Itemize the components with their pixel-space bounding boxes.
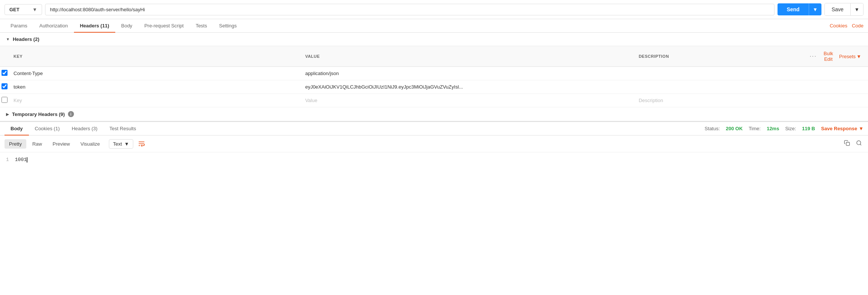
tab-response-body[interactable]: Body [5,122,29,135]
row-checkbox-1[interactable] [2,70,8,76]
search-button[interactable] [854,138,863,149]
svg-point-3 [857,141,861,145]
empty-key-input[interactable] [9,94,301,107]
response-content: 1001 [15,157,862,163]
headers-collapse-icon: ▼ [6,37,10,41]
tab-authorization[interactable]: Authorization [33,19,74,32]
headers-table: KEY VALUE DESCRIPTION ··· Bulk Edit Pres… [0,46,868,107]
desc-input-1[interactable] [634,67,802,80]
text-format-select[interactable]: Text ▼ [109,139,133,149]
format-visualize-button[interactable]: Visualize [76,139,104,149]
copy-button[interactable] [842,138,851,149]
format-preview-button[interactable]: Preview [48,139,74,149]
tab-test-results[interactable]: Test Results [104,122,142,135]
request-tabs: Params Authorization Headers (11) Body P… [5,19,830,32]
tab-tests[interactable]: Tests [190,19,213,32]
url-input[interactable] [45,4,775,15]
empty-value-cell [301,94,634,107]
headers-section-header[interactable]: ▼ Headers (2) [0,33,868,46]
save-response-chevron-icon: ▼ [859,126,863,131]
response-tabs: Body Cookies (1) Headers (3) Test Result… [5,122,705,135]
save-btn-group: Save ▼ [824,3,863,16]
format-pretty-button[interactable]: Pretty [5,139,26,149]
table-row-empty [0,94,868,107]
desc-input-2[interactable] [634,80,802,93]
key-input-2[interactable] [9,80,301,93]
tab-right-actions: Cookies Code [830,23,863,29]
cookies-link[interactable]: Cookies [830,23,847,29]
save-button[interactable]: Save [825,3,850,15]
empty-desc-cell [634,94,802,107]
desc-cell-1 [634,67,802,80]
table-row [0,67,868,80]
tab-response-cookies[interactable]: Cookies (1) [29,122,66,135]
presets-label: Presets [839,54,856,59]
size-label: Size: [785,126,796,131]
table-row [0,80,868,94]
key-cell-2 [9,80,301,94]
value-input-2[interactable] [301,80,634,93]
size-value: 119 B [802,126,815,131]
save-dropdown-button[interactable]: ▼ [850,3,863,15]
tab-pre-request-script[interactable]: Pre-request Script [138,19,190,32]
method-select[interactable]: GET ▼ [5,4,42,15]
send-button[interactable]: Send [778,3,808,15]
tab-headers[interactable]: Headers (11) [74,19,115,32]
top-bar: GET ▼ Send ▼ Save ▼ [0,0,868,19]
key-cell-1 [9,67,301,80]
action-cell-2 [802,80,868,94]
temp-collapse-icon: ▶ [6,112,9,116]
response-status-bar: Status: 200 OK Time: 12ms Size: 119 B Sa… [705,126,863,131]
value-cell-1 [301,67,634,80]
status-value: 200 OK [726,126,743,131]
col-header-value: VALUE [301,46,634,67]
send-dropdown-button[interactable]: ▼ [809,3,821,15]
headers-section-title: Headers (2) [13,36,39,42]
code-link[interactable]: Code [852,23,863,29]
text-format-chevron-icon: ▼ [124,141,129,147]
tab-response-headers[interactable]: Headers (3) [66,122,104,135]
col-header-description: DESCRIPTION [634,46,802,67]
line-number-1: 1 [6,157,9,163]
row-checkbox-2[interactable] [2,83,8,89]
request-tab-bar: Params Authorization Headers (11) Body P… [0,19,868,33]
empty-row-checkbox[interactable] [2,97,8,103]
response-toolbar: Pretty Raw Preview Visualize Text ▼ [0,135,868,152]
method-chevron-icon: ▼ [32,7,37,12]
info-icon: i [68,111,74,117]
desc-cell-2 [634,80,802,94]
tab-params[interactable]: Params [5,19,33,32]
wrap-button[interactable] [138,140,145,148]
presets-button[interactable]: Presets ▼ [837,52,863,61]
temp-headers-section[interactable]: ▶ Temporary Headers (9) i [0,107,868,121]
time-label: Time: [749,126,761,131]
svg-rect-2 [846,142,850,146]
value-input-1[interactable] [301,67,634,80]
action-cell-1 [802,67,868,80]
format-raw-button[interactable]: Raw [28,139,47,149]
empty-desc-input[interactable] [634,94,802,107]
cursor [27,157,27,163]
empty-value-input[interactable] [301,94,634,107]
empty-key-cell [9,94,301,107]
bulk-edit-button[interactable]: Bulk Edit [821,49,835,63]
response-body: 1 1001 [0,152,868,167]
text-format-label: Text [113,141,122,147]
dots-button[interactable]: ··· [806,51,820,61]
tab-settings[interactable]: Settings [213,19,243,32]
wrap-icon [138,140,145,148]
tab-body[interactable]: Body [115,19,139,32]
row-checkbox-cell [0,80,9,94]
status-label: Status: [705,126,720,131]
save-response-label: Save Response [821,126,857,131]
temp-headers-title: Temporary Headers (9) [12,111,65,117]
save-response-button[interactable]: Save Response ▼ [821,126,863,131]
key-input-1[interactable] [9,67,301,80]
presets-chevron-icon: ▼ [856,54,861,59]
copy-icon [844,140,850,146]
value-cell-2 [301,80,634,94]
headers-section: ▼ Headers (2) KEY VALUE DESCRIPTION ··· … [0,33,868,107]
method-label: GET [9,7,20,12]
response-section: Body Cookies (1) Headers (3) Test Result… [0,121,868,167]
response-tab-bar: Body Cookies (1) Headers (3) Test Result… [0,122,868,135]
